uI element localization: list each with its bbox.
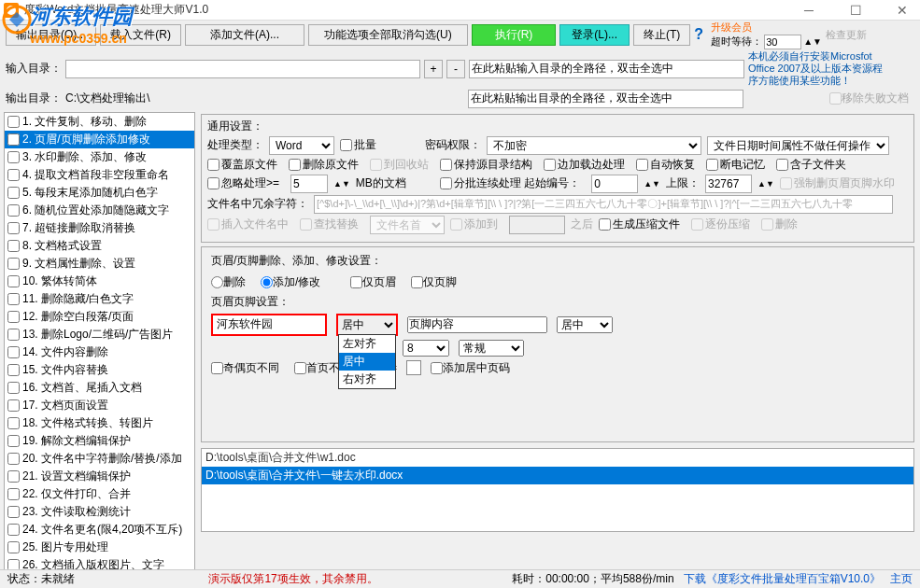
list-item[interactable]: 7. 超链接删除取消替换 — [5, 219, 194, 237]
date-attr-select[interactable]: 文件日期时间属性不做任何操作 — [707, 136, 889, 155]
list-item[interactable]: 11. 删除隐藏/白色文字 — [5, 290, 194, 308]
help-icon[interactable]: ? — [694, 26, 703, 43]
list-item[interactable]: 12. 删除空白段落/页面 — [5, 308, 194, 326]
add-modify-radio[interactable] — [261, 276, 273, 288]
align-dropdown-panel[interactable]: 左对齐居中右对齐 — [338, 334, 396, 389]
list-item[interactable]: 6. 随机位置处添加随隐藏文字 — [5, 202, 194, 219]
list-item-check[interactable] — [7, 311, 20, 323]
add-center-page-check[interactable] — [431, 362, 443, 374]
minimize-button[interactable]: ─ — [795, 3, 823, 18]
list-item[interactable]: 9. 文档属性删除、设置 — [5, 255, 194, 273]
white-color-swatch[interactable] — [406, 360, 421, 375]
list-item-check[interactable] — [7, 133, 20, 146]
footer-content-input[interactable] — [407, 316, 547, 333]
list-item[interactable]: 19. 解除文档编辑保护 — [5, 432, 194, 450]
list-item[interactable]: 1. 文件复制、移动、删除 — [5, 113, 194, 131]
power-mem-check[interactable] — [706, 159, 718, 171]
auto-recover-check[interactable] — [636, 159, 648, 171]
list-item-check[interactable] — [7, 435, 20, 447]
close-button[interactable]: ✕ — [888, 3, 916, 18]
list-item-check[interactable] — [7, 116, 20, 128]
list-item-check[interactable] — [7, 470, 20, 483]
list-item-check[interactable] — [7, 222, 20, 234]
list-item-check[interactable] — [7, 453, 20, 465]
edge-proc-check[interactable] — [544, 159, 556, 171]
list-item-check[interactable] — [7, 488, 20, 500]
font-size-select[interactable]: 8 — [403, 340, 449, 357]
list-item[interactable]: 5. 每段末尾添加随机白色字 — [5, 184, 194, 202]
upgrade-link[interactable]: 升级会员 — [711, 21, 822, 35]
redundant-regex[interactable]: [^$\d+]\-\_\\d+[\_\\]\d+)|?第\d+[辑章节][\\ … — [314, 195, 893, 214]
list-item[interactable]: 10. 繁体转简体 — [5, 273, 194, 290]
sub-folder-check[interactable] — [776, 159, 788, 171]
header-text-input[interactable] — [213, 315, 325, 334]
stop-button[interactable]: 终止(T) — [633, 24, 690, 46]
list-item[interactable]: 25. 图片专用处理 — [5, 539, 194, 556]
list-item[interactable]: 8. 文档格式设置 — [5, 237, 194, 255]
timeout-input[interactable] — [764, 35, 801, 49]
list-item-check[interactable] — [7, 506, 20, 518]
load-files-button[interactable]: 载入文件(R) — [100, 24, 181, 46]
homepage-link[interactable]: 主页 — [890, 571, 913, 587]
list-item[interactable]: 16. 文档首、尾插入文档 — [5, 379, 194, 397]
list-item-check[interactable] — [7, 417, 20, 429]
list-item-check[interactable] — [7, 524, 20, 536]
list-item-check[interactable] — [7, 204, 20, 217]
add-files-button[interactable]: 添加文件(A)... — [185, 24, 304, 46]
file-list[interactable]: D:\tools\桌面\合并文件\w1.docD:\tools\桌面\合并文件\… — [201, 448, 914, 532]
list-item[interactable]: 14. 文件内容删除 — [5, 343, 194, 361]
list-item-check[interactable] — [7, 382, 20, 394]
ignore-size-input[interactable] — [290, 175, 328, 193]
pwd-select[interactable]: 不加密 — [487, 136, 701, 155]
list-item[interactable]: 22. 仅文件打印、合并 — [5, 485, 194, 503]
function-list[interactable]: 1. 文件复制、移动、删除2. 页眉/页脚删除添加修改3. 水印删除、添加、修改… — [4, 112, 195, 588]
batch-check[interactable] — [340, 139, 352, 151]
execute-button[interactable]: 执行(R) — [472, 24, 557, 46]
odd-even-check[interactable] — [211, 362, 223, 374]
list-item-check[interactable] — [7, 364, 20, 376]
paste-input-dir[interactable] — [469, 60, 744, 78]
align-option[interactable]: 左对齐 — [339, 335, 395, 353]
list-item[interactable]: 23. 文件读取检测统计 — [5, 503, 194, 521]
remove-dir-button[interactable]: - — [446, 60, 465, 78]
overwrite-check[interactable] — [207, 159, 219, 171]
list-item-check[interactable] — [7, 258, 20, 270]
login-button[interactable]: 登录(L)... — [559, 24, 630, 46]
footer-align-select[interactable]: 居中 — [557, 316, 613, 333]
file-row[interactable]: D:\tools\桌面\合并文件\w1.doc — [202, 449, 913, 467]
list-item[interactable]: 18. 文件格式转换、转图片 — [5, 414, 194, 432]
paste-output-dir[interactable] — [468, 90, 743, 108]
list-item-check[interactable] — [7, 293, 20, 305]
list-item-check[interactable] — [7, 187, 20, 199]
output-dir-button[interactable]: 输出目录(O)... — [6, 24, 96, 46]
options-uncheck-button[interactable]: 功能选项全部取消勾选(U) — [308, 24, 468, 46]
list-item-check[interactable] — [7, 346, 20, 358]
list-item[interactable]: 24. 文件名更名(限4,20项不互斥) — [5, 521, 194, 539]
upper-limit-input[interactable] — [705, 175, 752, 193]
list-item[interactable]: 20. 文件名中字符删除/替换/添加 — [5, 450, 194, 468]
ignore-size-check[interactable] — [207, 177, 219, 189]
list-item-check[interactable] — [7, 329, 20, 341]
list-item-check[interactable] — [7, 240, 20, 252]
list-item-check[interactable] — [7, 151, 20, 163]
header-align-select[interactable]: 居中 — [338, 315, 396, 334]
file-row[interactable]: D:\tools\桌面\合并文件\一键去水印.docx — [202, 467, 913, 484]
first-diff-check[interactable] — [294, 362, 306, 374]
list-item[interactable]: 13. 删除Logo/二维码/广告图片 — [5, 326, 194, 343]
list-item[interactable]: 3. 水印删除、添加、修改 — [5, 148, 194, 166]
only-footer-check[interactable] — [411, 276, 423, 288]
maximize-button[interactable]: ☐ — [842, 3, 870, 18]
list-item[interactable]: 21. 设置文档编辑保护 — [5, 468, 194, 485]
add-dir-button[interactable]: + — [424, 60, 443, 78]
input-dir-field[interactable] — [65, 60, 420, 78]
list-item[interactable]: 2. 页眉/页脚删除添加修改 — [5, 131, 194, 148]
download-link[interactable]: 下载《度彩文件批量处理百宝箱V10.0》 — [684, 571, 881, 587]
list-item-check[interactable] — [7, 169, 20, 181]
check-update-link[interactable]: 检查更新 — [826, 28, 867, 42]
proc-type-select[interactable]: Word — [269, 136, 334, 155]
align-option[interactable]: 右对齐 — [339, 371, 395, 388]
list-item-check[interactable] — [7, 399, 20, 412]
list-item-check[interactable] — [7, 275, 20, 287]
list-item[interactable]: 17. 文档页面设置 — [5, 397, 194, 414]
delete-radio[interactable] — [211, 276, 223, 288]
